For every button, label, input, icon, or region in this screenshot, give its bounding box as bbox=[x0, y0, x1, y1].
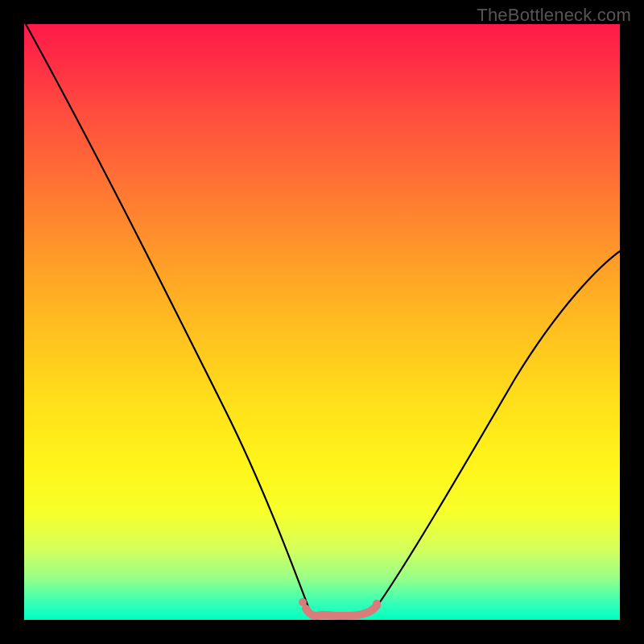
right-curve bbox=[372, 251, 620, 613]
svg-point-1 bbox=[373, 600, 381, 608]
chart-svg bbox=[24, 24, 620, 620]
watermark-text: TheBottleneck.com bbox=[477, 5, 631, 26]
bottom-squiggle bbox=[299, 598, 381, 616]
plot-area bbox=[24, 24, 620, 620]
outer-frame: TheBottleneck.com bbox=[0, 0, 644, 644]
left-curve bbox=[26, 24, 311, 613]
